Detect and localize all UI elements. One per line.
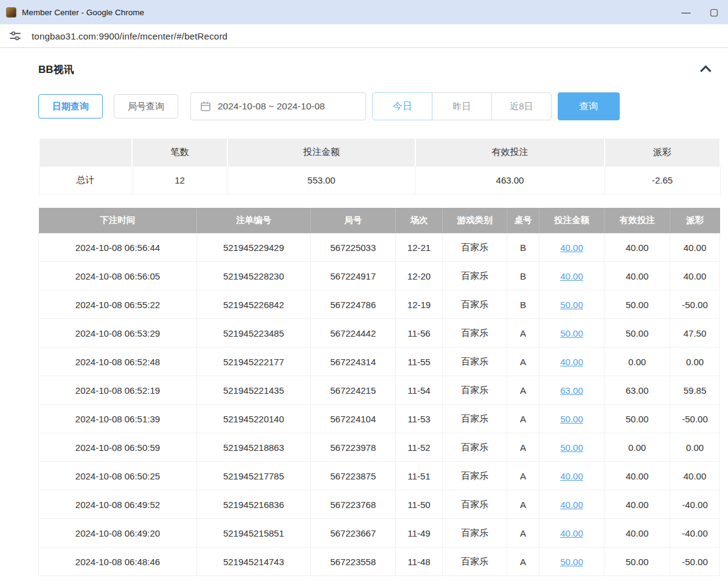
bet-table-header-4: 游戏类别 xyxy=(443,208,507,233)
cell-session: 11-51 xyxy=(396,462,443,490)
bet-amount-link[interactable]: 40.00 xyxy=(560,471,583,481)
cell-order-id: 521945226842 xyxy=(197,290,311,319)
cell-bet: 50.00 xyxy=(539,290,605,319)
last-8-days-button[interactable]: 近8日 xyxy=(491,92,552,120)
cell-order-id: 521945215851 xyxy=(197,519,311,548)
cell-time: 2024-10-08 06:52:48 xyxy=(39,348,197,376)
cell-valid: 40.00 xyxy=(605,262,670,290)
cell-game: 百家乐 xyxy=(443,319,507,348)
cell-valid: 50.00 xyxy=(605,548,670,576)
bet-amount-link[interactable]: 50.00 xyxy=(560,328,583,338)
summary-header-count: 笔数 xyxy=(132,138,227,166)
bet-amount-link[interactable]: 50.00 xyxy=(560,442,583,453)
today-button[interactable]: 今日 xyxy=(372,92,432,120)
summary-header-row: 笔数 投注金额 有效投注 派彩 xyxy=(39,138,720,166)
cell-valid: 40.00 xyxy=(605,233,670,262)
bet-table-header-5: 桌号 xyxy=(507,208,539,233)
cell-table-no: A xyxy=(507,462,539,490)
cell-bet: 40.00 xyxy=(539,233,605,262)
bet-amount-link[interactable]: 40.00 xyxy=(560,500,583,510)
cell-table-no: A xyxy=(507,519,539,548)
search-button[interactable]: 查询 xyxy=(558,92,620,120)
cell-round: 567223667 xyxy=(311,519,396,548)
cell-payout: -50.00 xyxy=(670,290,720,319)
cell-payout: -50.00 xyxy=(670,548,720,576)
summary-header-bet-amount: 投注金额 xyxy=(227,138,415,166)
url-text[interactable]: tongbao31.com:9900/infe/mcenter/#/betRec… xyxy=(32,31,227,41)
cell-game: 百家乐 xyxy=(443,405,507,433)
cell-valid: 0.00 xyxy=(605,433,670,462)
cell-order-id: 521945217785 xyxy=(197,462,311,490)
summary-total-label: 总计 xyxy=(39,166,132,194)
cell-table-no: B xyxy=(507,233,539,262)
bet-amount-link[interactable]: 50.00 xyxy=(560,557,583,567)
bet-table-header-6: 投注金额 xyxy=(539,208,605,233)
cell-game: 百家乐 xyxy=(443,490,507,519)
table-row: 2024-10-08 06:49:20521945215851567223667… xyxy=(39,519,720,548)
cell-time: 2024-10-08 06:56:05 xyxy=(39,262,197,290)
summary-header-payout: 派彩 xyxy=(605,138,720,166)
cell-time: 2024-10-08 06:53:29 xyxy=(39,319,197,348)
bet-amount-link[interactable]: 40.00 xyxy=(560,528,583,538)
bet-amount-link[interactable]: 40.00 xyxy=(560,242,583,253)
bet-amount-link[interactable]: 50.00 xyxy=(560,300,583,310)
round-query-tab[interactable]: 局号查询 xyxy=(114,94,178,119)
page-title: BB视讯 xyxy=(38,63,74,77)
bet-amount-link[interactable]: 40.00 xyxy=(560,357,583,367)
collapse-chevron-icon[interactable] xyxy=(700,65,711,76)
cell-bet: 40.00 xyxy=(539,519,605,548)
cell-order-id: 521945222177 xyxy=(197,348,311,376)
cell-valid: 50.00 xyxy=(605,405,670,433)
page-content: BB视讯 日期查询 局号查询 2024-10-08 ~ 2024-10-08 xyxy=(0,48,728,576)
cell-time: 2024-10-08 06:52:19 xyxy=(39,376,197,405)
cell-payout: 0.00 xyxy=(670,433,720,462)
yesterday-button[interactable]: 昨日 xyxy=(432,92,492,120)
cell-time: 2024-10-08 06:50:59 xyxy=(39,433,197,462)
cell-time: 2024-10-08 06:48:46 xyxy=(39,548,197,576)
cell-valid: 40.00 xyxy=(605,519,670,548)
window-title: Member Center - Google Chrome xyxy=(22,8,144,17)
minimize-button[interactable]: — xyxy=(672,0,700,24)
cell-session: 11-54 xyxy=(396,376,443,405)
summary-header-blank xyxy=(39,138,132,166)
cell-time: 2024-10-08 06:56:44 xyxy=(39,233,197,262)
cell-table-no: A xyxy=(507,348,539,376)
bet-table-body: 2024-10-08 06:56:44521945229429567225033… xyxy=(39,233,720,576)
cell-payout: 59.85 xyxy=(670,376,720,405)
cell-round: 567224442 xyxy=(311,319,396,348)
calendar-icon xyxy=(200,101,211,112)
cell-bet: 40.00 xyxy=(539,262,605,290)
cell-round: 567224314 xyxy=(311,348,396,376)
cell-payout: 40.00 xyxy=(670,462,720,490)
table-row: 2024-10-08 06:52:19521945221435567224215… xyxy=(39,376,720,405)
cell-table-no: B xyxy=(507,262,539,290)
cell-time: 2024-10-08 06:49:52 xyxy=(39,490,197,519)
cell-bet: 50.00 xyxy=(539,405,605,433)
cell-bet: 63.00 xyxy=(539,376,605,405)
cell-round: 567224104 xyxy=(311,405,396,433)
bet-amount-link[interactable]: 63.00 xyxy=(560,385,583,396)
table-row: 2024-10-08 06:49:52521945216836567223768… xyxy=(39,490,720,519)
cell-session: 12-20 xyxy=(396,262,443,290)
bet-amount-link[interactable]: 50.00 xyxy=(560,414,583,424)
address-bar[interactable]: tongbao31.com:9900/infe/mcenter/#/betRec… xyxy=(0,24,728,48)
bet-amount-link[interactable]: 40.00 xyxy=(560,271,583,281)
table-row: 2024-10-08 06:52:48521945222177567224314… xyxy=(39,348,720,376)
bet-record-table: 下注时间注单编号局号场次游戏类别桌号投注金额有效投注派彩 2024-10-08 … xyxy=(38,208,720,577)
cell-game: 百家乐 xyxy=(443,348,507,376)
table-row: 2024-10-08 06:55:22521945226842567224786… xyxy=(39,290,720,319)
cell-game: 百家乐 xyxy=(443,519,507,548)
summary-valid-bet-value: 463.00 xyxy=(415,166,605,194)
cell-bet: 40.00 xyxy=(539,348,605,376)
site-settings-icon[interactable] xyxy=(9,29,22,43)
bet-table-header-0: 下注时间 xyxy=(39,208,197,233)
date-query-tab[interactable]: 日期查询 xyxy=(38,94,103,119)
cell-session: 11-55 xyxy=(396,348,443,376)
cell-valid: 40.00 xyxy=(605,490,670,519)
bet-table-header-2: 局号 xyxy=(311,208,396,233)
cell-payout: -50.00 xyxy=(670,405,720,433)
date-range-input[interactable]: 2024-10-08 ~ 2024-10-08 xyxy=(190,92,366,120)
cell-round: 567225033 xyxy=(311,233,396,262)
maximize-button[interactable]: ▢ xyxy=(700,0,728,24)
cell-round: 567223768 xyxy=(311,490,396,519)
